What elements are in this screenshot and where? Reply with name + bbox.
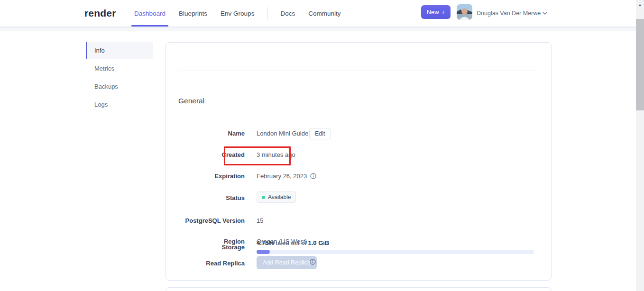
tab-dashboard-label: Dashboard [134,10,166,17]
tab-env-groups-label: Env Groups [221,10,254,17]
new-button[interactable]: New + [421,5,451,19]
sidebar-item-info-label: Info [94,47,105,54]
sidebar-item-logs[interactable]: Logs [87,96,153,113]
status-label: Status [166,194,245,201]
plus-icon: + [442,9,445,16]
scroll-up-icon[interactable]: ▲ [636,2,644,8]
storage-total: 1.0 GiB [308,239,329,246]
storage-middle-text: used out of [276,239,306,246]
postgresql-version-value: 15 [257,217,263,224]
storage-progress-fill [257,250,270,254]
chevron-down-icon[interactable] [542,10,548,18]
expiration-date: February 26, 2023 [257,173,307,180]
scrollbar-thumb[interactable] [636,19,644,110]
nav-divider [267,7,268,19]
created-value: 3 minutes ago [257,151,295,158]
tab-community[interactable]: Community [308,0,340,27]
name-label: Name [166,130,245,137]
tab-community-label: Community [308,10,340,17]
card-title-divider [177,71,540,71]
scrollbar[interactable]: ▲ [636,0,644,291]
tab-env-groups[interactable]: Env Groups [221,0,254,27]
add-read-replica-button[interactable]: Add Read Replica [257,256,317,269]
storage-progress-track [257,250,534,254]
card-title: General [178,97,204,105]
user-name-label: Douglas Van Der Merwe [477,10,541,17]
expiration-info-icon[interactable] [310,173,316,181]
primary-nav: Dashboard Blueprints Env Groups Docs Com… [134,0,354,27]
tab-blueprints-label: Blueprints [179,10,207,17]
postgresql-version-label: PostgreSQL Version [166,217,245,224]
sidebar-item-backups[interactable]: Backups [87,78,153,95]
user-menu[interactable]: Douglas Van Der Merwe [477,0,541,27]
avatar[interactable] [457,4,472,20]
render-dashboard-page: render Dashboard Blueprints Env Groups D… [0,0,644,291]
storage-used-percent: 4.75% [257,239,274,246]
next-section-card [166,287,552,291]
top-nav-bar: render Dashboard Blueprints Env Groups D… [0,0,644,27]
sidebar-item-metrics[interactable]: Metrics [87,60,153,77]
sidebar-item-backups-label: Backups [94,83,118,90]
tab-blueprints[interactable]: Blueprints [179,0,207,27]
status-dot-icon [262,196,265,199]
sidebar-item-info[interactable]: Info [87,42,153,59]
read-replica-info-icon[interactable] [310,258,316,267]
status-badge: Available [257,191,296,203]
sidebar-item-metrics-label: Metrics [94,65,114,72]
new-button-label: New [427,9,439,16]
tab-docs-label: Docs [280,10,295,17]
render-logo[interactable]: render [84,0,116,27]
edit-name-button[interactable]: Edit [309,128,331,139]
storage-usage-text: 4.75% used out of 1.0 GiB [257,239,329,246]
name-value: London Mini Guide [257,130,308,137]
tab-docs[interactable]: Docs [280,0,295,27]
tab-dashboard[interactable]: Dashboard [134,0,166,27]
status-badge-label: Available [268,194,291,200]
page-top-strip [0,27,644,31]
created-label: Created [166,151,245,158]
general-card: General Name London Mini Guide Edit Crea… [166,42,552,281]
expiration-value: February 26, 2023 [257,173,316,181]
read-replica-label: Read Replica [166,260,245,267]
sidebar-item-logs-label: Logs [94,101,108,108]
expiration-label: Expiration [166,173,245,180]
active-tab-underline [131,25,168,27]
storage-label: Storage [166,244,245,251]
